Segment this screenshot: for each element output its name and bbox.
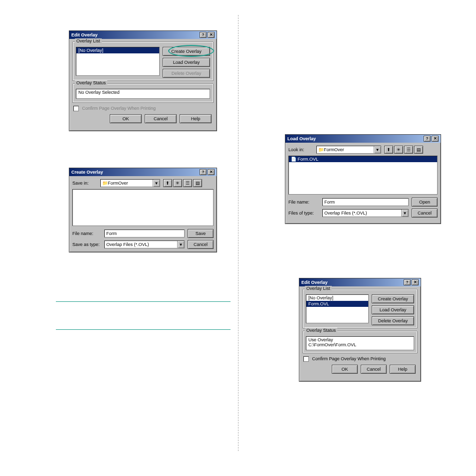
up-folder-icon[interactable]: ⬆ [163,179,172,187]
help-icon[interactable]: ? [200,169,207,175]
title-text: Create Overlay [71,170,103,175]
help-button[interactable]: Help [180,114,212,123]
section-rule [56,329,231,330]
save-as-type-combo[interactable]: Overlap Files (*.OVL) ▼ [104,240,185,248]
file-name-label: File name: [288,200,319,205]
chevron-down-icon[interactable]: ▼ [177,241,184,248]
status-text: Use Overlay [306,337,414,342]
help-icon[interactable]: ? [200,32,207,38]
edit-overlay-dialog-1: Edit Overlay ? ✕ Overlay List [No Overla… [69,30,217,131]
save-button[interactable]: Save [188,229,214,238]
chevron-down-icon[interactable]: ▼ [374,146,381,153]
status-path: C:\FormOver\Form.OVL [306,342,414,348]
files-of-type-label: Files of type: [288,211,319,216]
details-view-icon[interactable]: ▤ [414,146,423,154]
list-item[interactable]: [No Overlay] [306,295,368,301]
list-view-icon[interactable]: ☰ [183,179,192,187]
list-item[interactable]: [No Overlay] [76,47,159,53]
up-folder-icon[interactable]: ⬆ [384,146,393,154]
titlebar: Edit Overlay ? ✕ [69,31,217,39]
overlay-status-label: Overlay Status [75,80,107,85]
titlebar: Load Overlay ? ✕ [285,135,441,143]
create-overlay-button[interactable]: Create Overlay [163,47,210,56]
close-icon[interactable]: ✕ [412,279,419,285]
list-item[interactable]: Form.OVL [306,301,368,307]
look-in-label: Look in: [288,147,313,152]
new-folder-icon[interactable]: ✳ [394,146,403,154]
details-view-icon[interactable]: ▤ [193,179,202,187]
overlay-list-label: Overlay List [305,286,332,291]
ok-button[interactable]: OK [332,365,358,374]
section-rule [56,301,231,302]
file-name-label: File name: [72,231,101,236]
files-of-type-combo[interactable]: Overlap Files (*.OVL) ▼ [322,209,409,217]
column-divider [238,15,238,451]
cancel-button[interactable]: Cancel [361,365,387,374]
titlebar: Edit Overlay ? ✕ [299,278,421,286]
file-name-field[interactable]: Form [104,230,185,238]
title-text: Load Overlay [287,136,316,141]
delete-overlay-button: Delete Overlay [163,69,210,78]
open-button[interactable]: Open [412,198,438,207]
save-in-combo[interactable]: 📁 FormOver ▼ [100,179,160,187]
create-overlay-dialog: Create Overlay ? ✕ Save in: 📁 FormOver ▼… [69,168,217,252]
save-in-label: Save in: [72,181,97,186]
file-area[interactable]: 📄 Form.OVL [288,156,438,195]
close-icon[interactable]: ✕ [432,136,439,142]
confirm-checkbox[interactable] [303,356,309,362]
file-item[interactable]: 📄 Form.OVL [289,156,437,162]
confirm-label: Confirm Page Overlay When Printing [312,356,386,361]
list-view-icon[interactable]: ☰ [404,146,413,154]
file-name-field[interactable]: Form [322,198,409,206]
overlay-list[interactable]: [No Overlay] [76,47,160,76]
cancel-button[interactable]: Cancel [145,114,177,123]
ok-button[interactable]: OK [110,114,142,123]
cancel-button[interactable]: Cancel [188,240,214,249]
help-button[interactable]: Help [390,365,416,374]
look-in-combo[interactable]: 📁 FormOver ▼ [316,146,381,154]
load-overlay-button[interactable]: Load Overlay [163,58,210,67]
chevron-down-icon[interactable]: ▼ [153,180,160,187]
load-overlay-dialog: Load Overlay ? ✕ Look in: 📁 FormOver ▼ ⬆… [285,134,441,224]
file-area[interactable] [72,189,214,226]
titlebar: Create Overlay ? ✕ [69,168,217,176]
title-text: Edit Overlay [71,32,98,37]
close-icon[interactable]: ✕ [208,169,215,175]
chevron-down-icon[interactable]: ▼ [401,210,408,217]
cancel-button[interactable]: Cancel [412,209,438,218]
overlay-list-label: Overlay List [75,38,102,43]
status-text: No Overlay Selected [76,89,210,95]
delete-overlay-button[interactable]: Delete Overlay [372,316,414,325]
help-icon[interactable]: ? [424,136,431,142]
help-icon[interactable]: ? [404,279,411,285]
create-overlay-button[interactable]: Create Overlay [372,294,414,303]
load-overlay-button[interactable]: Load Overlay [372,305,414,314]
new-folder-icon[interactable]: ✳ [173,179,182,187]
save-as-type-label: Save as type: [72,242,101,247]
overlay-status-label: Overlay Status [305,328,337,333]
confirm-checkbox[interactable] [73,106,79,111]
close-icon[interactable]: ✕ [208,32,215,38]
confirm-label: Confirm Page Overlay When Printing [82,106,156,111]
edit-overlay-dialog-2: Edit Overlay ? ✕ Overlay List [No Overla… [299,278,421,382]
overlay-list[interactable]: [No Overlay] Form.OVL [306,294,369,323]
title-text: Edit Overlay [301,280,328,285]
